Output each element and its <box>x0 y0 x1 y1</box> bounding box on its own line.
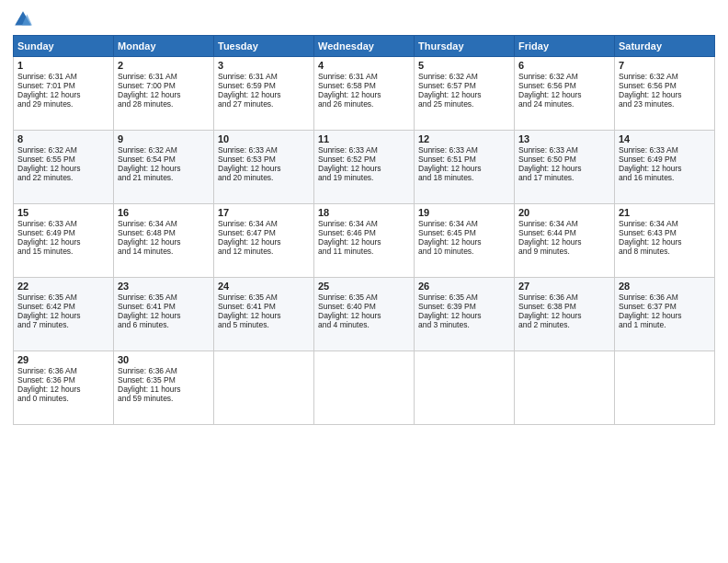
day-info-line: Sunset: 6:48 PM <box>118 228 210 237</box>
day-number: 7 <box>619 60 711 71</box>
week-row-4: 29Sunrise: 6:36 AMSunset: 6:36 PMDayligh… <box>14 351 715 425</box>
day-info-line: Sunrise: 6:35 AM <box>17 293 109 302</box>
day-info-line: and 26 minutes. <box>318 99 410 109</box>
day-number: 29 <box>17 354 109 365</box>
day-number: 10 <box>218 133 310 144</box>
day-info-line: Sunrise: 6:32 AM <box>619 72 711 81</box>
day-info-line: Sunrise: 6:31 AM <box>17 72 109 81</box>
calendar-cell: 16Sunrise: 6:34 AMSunset: 6:48 PMDayligh… <box>114 204 214 278</box>
day-info-line: and 6 minutes. <box>118 320 210 329</box>
day-info-line: Sunset: 6:41 PM <box>218 302 310 311</box>
day-info-line: Daylight: 12 hours <box>118 164 210 173</box>
day-info-line: and 59 minutes. <box>118 394 210 403</box>
day-number: 21 <box>619 207 711 218</box>
day-info-line: Daylight: 12 hours <box>518 237 610 247</box>
day-number: 12 <box>418 133 510 144</box>
calendar-cell: 24Sunrise: 6:35 AMSunset: 6:41 PMDayligh… <box>214 278 314 351</box>
day-info-line: Sunrise: 6:34 AM <box>118 219 210 228</box>
day-number: 25 <box>318 281 410 292</box>
day-info-line: Sunrise: 6:33 AM <box>619 145 711 155</box>
day-number: 19 <box>418 207 510 218</box>
header-row: SundayMondayTuesdayWednesdayThursdayFrid… <box>14 36 715 57</box>
day-number: 16 <box>118 207 210 218</box>
day-info-line: Sunrise: 6:31 AM <box>118 72 210 81</box>
calendar-cell <box>415 351 515 425</box>
day-info-line: Daylight: 12 hours <box>218 164 310 173</box>
day-info-line: Daylight: 12 hours <box>619 237 711 247</box>
calendar-cell: 12Sunrise: 6:33 AMSunset: 6:51 PMDayligh… <box>415 131 515 204</box>
day-info-line: Sunset: 6:51 PM <box>418 155 510 164</box>
day-info-line: Daylight: 12 hours <box>218 311 310 320</box>
day-info-line: Sunrise: 6:33 AM <box>17 219 109 228</box>
day-info-line: Daylight: 12 hours <box>218 237 310 247</box>
page: SundayMondayTuesdayWednesdayThursdayFrid… <box>0 0 728 563</box>
calendar-cell: 1Sunrise: 6:31 AMSunset: 7:01 PMDaylight… <box>14 57 114 131</box>
day-info-line: Daylight: 11 hours <box>118 385 210 394</box>
day-info-line: Sunrise: 6:34 AM <box>218 219 310 228</box>
calendar-cell: 29Sunrise: 6:36 AMSunset: 6:36 PMDayligh… <box>14 351 114 425</box>
calendar-cell: 11Sunrise: 6:33 AMSunset: 6:52 PMDayligh… <box>314 131 415 204</box>
calendar-cell: 21Sunrise: 6:34 AMSunset: 6:43 PMDayligh… <box>615 204 715 278</box>
day-info-line: and 20 minutes. <box>218 173 310 182</box>
day-info-line: Sunset: 6:49 PM <box>619 155 711 164</box>
day-info-line: Daylight: 12 hours <box>318 90 410 99</box>
day-info-line: and 12 minutes. <box>218 247 310 256</box>
day-number: 18 <box>318 207 410 218</box>
day-info-line: Sunset: 6:47 PM <box>218 228 310 237</box>
day-info-line: and 29 minutes. <box>17 99 109 109</box>
header-day-monday: Monday <box>114 36 214 57</box>
calendar-cell: 17Sunrise: 6:34 AMSunset: 6:47 PMDayligh… <box>214 204 314 278</box>
day-info-line: Sunset: 6:36 PM <box>17 375 109 385</box>
header-day-saturday: Saturday <box>615 36 715 57</box>
day-info-line: and 3 minutes. <box>418 320 510 329</box>
calendar-cell: 8Sunrise: 6:32 AMSunset: 6:55 PMDaylight… <box>14 131 114 204</box>
day-info-line: Daylight: 12 hours <box>17 237 109 247</box>
calendar-cell: 2Sunrise: 6:31 AMSunset: 7:00 PMDaylight… <box>114 57 214 131</box>
day-info-line: Sunrise: 6:33 AM <box>318 145 410 155</box>
day-info-line: Daylight: 12 hours <box>619 311 711 320</box>
day-info-line: Daylight: 12 hours <box>318 237 410 247</box>
day-info-line: and 8 minutes. <box>619 247 711 256</box>
day-info-line: Sunrise: 6:35 AM <box>418 293 510 302</box>
calendar-table: SundayMondayTuesdayWednesdayThursdayFrid… <box>13 35 715 425</box>
day-info-line: Daylight: 12 hours <box>318 311 410 320</box>
day-info-line: Sunset: 7:01 PM <box>17 81 109 90</box>
day-info-line: and 2 minutes. <box>518 320 610 329</box>
day-info-line: and 15 minutes. <box>17 247 109 256</box>
day-info-line: Sunrise: 6:33 AM <box>418 145 510 155</box>
calendar-cell <box>214 351 314 425</box>
week-row-3: 22Sunrise: 6:35 AMSunset: 6:42 PMDayligh… <box>14 278 715 351</box>
day-info-line: Sunrise: 6:32 AM <box>118 145 210 155</box>
day-info-line: Sunset: 6:59 PM <box>218 81 310 90</box>
day-info-line: Sunset: 6:42 PM <box>17 302 109 311</box>
calendar-cell: 27Sunrise: 6:36 AMSunset: 6:38 PMDayligh… <box>515 278 615 351</box>
day-number: 9 <box>118 133 210 144</box>
header-day-friday: Friday <box>515 36 615 57</box>
day-info-line: and 0 minutes. <box>17 394 109 403</box>
day-info-line: and 7 minutes. <box>17 320 109 329</box>
day-info-line: Sunset: 6:56 PM <box>619 81 711 90</box>
day-number: 3 <box>218 60 310 71</box>
day-info-line: Daylight: 12 hours <box>118 311 210 320</box>
day-info-line: and 10 minutes. <box>418 247 510 256</box>
day-info-line: and 11 minutes. <box>318 247 410 256</box>
day-info-line: Sunset: 6:52 PM <box>318 155 410 164</box>
calendar-cell: 25Sunrise: 6:35 AMSunset: 6:40 PMDayligh… <box>314 278 415 351</box>
day-info-line: Daylight: 12 hours <box>218 90 310 99</box>
day-info-line: Sunset: 6:46 PM <box>318 228 410 237</box>
day-info-line: Sunset: 7:00 PM <box>118 81 210 90</box>
day-info-line: Sunset: 6:35 PM <box>118 375 210 385</box>
day-info-line: Daylight: 12 hours <box>17 385 109 394</box>
day-info-line: Sunrise: 6:31 AM <box>218 72 310 81</box>
day-info-line: Daylight: 12 hours <box>118 90 210 99</box>
day-info-line: Daylight: 12 hours <box>418 90 510 99</box>
day-number: 2 <box>118 60 210 71</box>
day-number: 6 <box>518 60 610 71</box>
calendar-cell: 13Sunrise: 6:33 AMSunset: 6:50 PMDayligh… <box>515 131 615 204</box>
day-info-line: Sunrise: 6:32 AM <box>17 145 109 155</box>
day-info-line: and 27 minutes. <box>218 99 310 109</box>
calendar-cell: 19Sunrise: 6:34 AMSunset: 6:45 PMDayligh… <box>415 204 515 278</box>
day-info-line: Daylight: 12 hours <box>418 311 510 320</box>
day-info-line: and 22 minutes. <box>17 173 109 182</box>
calendar-body: 1Sunrise: 6:31 AMSunset: 7:01 PMDaylight… <box>14 57 715 425</box>
